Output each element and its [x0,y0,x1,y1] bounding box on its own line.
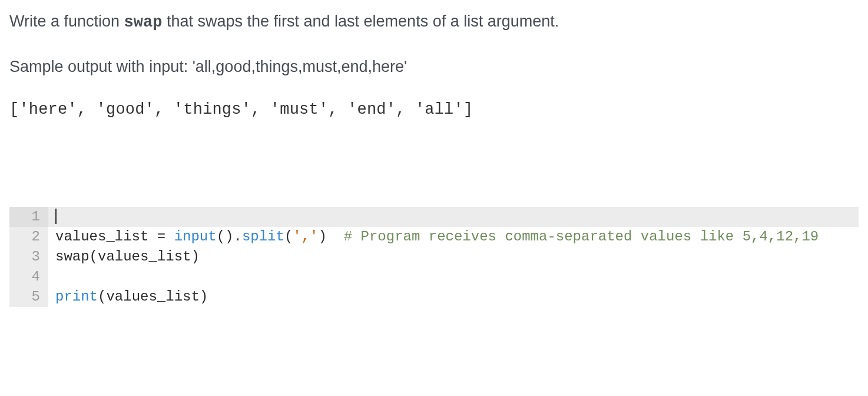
code-token: input [174,229,217,245]
code-content[interactable] [48,207,859,227]
code-content[interactable]: swap(values_list) [48,247,859,267]
code-editor[interactable]: 1 2 values_list = input().split(',') # P… [9,207,859,307]
text-cursor-icon [55,209,57,224]
code-token: print [55,289,98,305]
code-line[interactable]: 2 values_list = input().split(',') # Pro… [9,227,859,247]
line-number: 2 [9,227,48,247]
line-number: 4 [9,267,48,287]
problem-statement: Write a function swap that swaps the fir… [9,11,859,33]
code-token: = [157,229,174,245]
code-content[interactable]: values_list = input().split(',') # Progr… [48,227,859,247]
sample-output-value: ['here', 'good', 'things', 'must', 'end'… [9,101,859,118]
code-token: ) [319,229,344,245]
code-token: (values_list) [98,289,208,305]
code-line[interactable]: 3 swap(values_list) [9,247,859,267]
line-number: 3 [9,247,48,267]
code-comment: # Program receives comma-separated value… [344,229,819,245]
prompt-suffix: that swaps the first and last elements o… [162,12,559,30]
code-line[interactable]: 1 [9,207,859,227]
prompt-prefix: Write a function [9,12,124,30]
code-token: ( [284,229,293,245]
code-content[interactable] [48,267,859,287]
code-content[interactable]: print(values_list) [48,287,859,307]
prompt-code-literal: swap [124,14,163,31]
code-token: (). [217,229,242,245]
code-token: swap(values_list) [55,249,200,265]
code-token: values_list [55,229,157,245]
code-token: split [242,229,284,245]
code-line[interactable]: 4 [9,267,859,287]
line-number: 1 [9,207,48,227]
line-number: 5 [9,287,48,307]
sample-output-label: Sample output with input: 'all,good,thin… [9,58,859,76]
code-line[interactable]: 5 print(values_list) [9,287,859,307]
code-token: ',' [293,229,318,245]
